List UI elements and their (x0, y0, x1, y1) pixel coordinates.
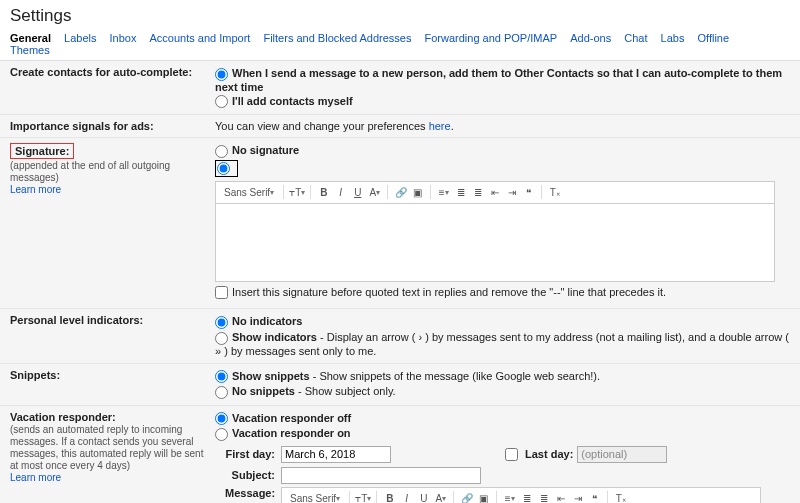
snippets-radio-show[interactable] (215, 370, 228, 383)
tab-offline[interactable]: Offline (698, 32, 730, 44)
vtb-color[interactable]: A (433, 491, 448, 503)
tab-labs[interactable]: Labs (661, 32, 685, 44)
subject-input[interactable] (281, 467, 481, 484)
signature-editor[interactable] (215, 204, 775, 282)
tb-size[interactable]: ᴛT (289, 185, 305, 200)
vtb-italic[interactable]: I (399, 491, 414, 503)
row-signature: Signature: (appended at the end of all o… (0, 137, 800, 308)
vtb-link[interactable]: 🔗 (459, 491, 474, 503)
tab-labels[interactable]: Labels (64, 32, 96, 44)
signature-sub: (appended at the end of all outgoing mes… (10, 160, 170, 183)
tb-italic[interactable]: I (333, 185, 348, 200)
vacation-radio-on[interactable] (215, 428, 228, 441)
snippets-label: Snippets: (10, 369, 60, 381)
tab-chat[interactable]: Chat (624, 32, 647, 44)
tb-underline[interactable]: U (350, 185, 365, 200)
vacation-label: Vacation responder: (10, 411, 116, 423)
importance-label: Importance signals for ads: (10, 120, 154, 132)
row-autocomplete: Create contacts for auto-complete: When … (0, 61, 800, 114)
row-pli: Personal level indicators: No indicators… (0, 308, 800, 362)
vacation-radio-off[interactable] (215, 412, 228, 425)
autocomplete-radio-manual[interactable] (215, 95, 228, 108)
snippets-radio-none[interactable] (215, 386, 228, 399)
pli-radio-none[interactable] (215, 316, 228, 329)
vtb-numlist[interactable]: ≣ (519, 491, 534, 503)
vtb-underline[interactable]: U (416, 491, 431, 503)
vacation-toolbar: Sans Serif ᴛT B I U A 🔗 ▣ ≡ ≣ ≣ ⇤ (281, 487, 761, 503)
tb-align[interactable]: ≡ (436, 185, 451, 200)
row-importance: Importance signals for ads: You can view… (0, 114, 800, 137)
vacation-on: Vacation responder on (232, 427, 351, 439)
signature-insert-checkbox[interactable] (215, 286, 228, 299)
signature-radio-custom[interactable] (217, 162, 230, 175)
tb-indent-less[interactable]: ⇤ (487, 185, 502, 200)
snippets-opt1b: Show snippets (232, 370, 310, 382)
vtb-size[interactable]: ᴛT (355, 491, 371, 503)
importance-text-post: . (451, 120, 454, 132)
subject-label: Subject: (225, 469, 281, 481)
pli-label: Personal level indicators: (10, 314, 143, 326)
vtb-indent-less[interactable]: ⇤ (553, 491, 568, 503)
tb-bold[interactable]: B (316, 185, 331, 200)
tab-accounts[interactable]: Accounts and Import (150, 32, 251, 44)
tb-indent-more[interactable]: ⇥ (504, 185, 519, 200)
lastday-checkbox[interactable] (505, 448, 518, 461)
signature-learn-more[interactable]: Learn more (10, 184, 61, 195)
tb-quote[interactable]: ❝ (521, 185, 536, 200)
tab-filters[interactable]: Filters and Blocked Addresses (263, 32, 411, 44)
vtb-indent-more[interactable]: ⇥ (570, 491, 585, 503)
snippets-opt2rest: - Show subject only. (295, 385, 396, 397)
signature-toolbar: Sans Serif ᴛT B I U A 🔗 ▣ ≡ ≣ ≣ ⇤ ⇥ ❝ Tₓ (215, 181, 775, 204)
vtb-clear[interactable]: Tₓ (613, 491, 628, 503)
signature-opt1: No signature (232, 144, 299, 156)
row-snippets: Snippets: Show snippets - Show snippets … (0, 363, 800, 405)
tabs-bar: General Labels Inbox Accounts and Import… (0, 32, 800, 61)
vtb-font[interactable]: Sans Serif (286, 491, 344, 503)
snippets-opt2b: No snippets (232, 385, 295, 397)
tab-forwarding[interactable]: Forwarding and POP/IMAP (424, 32, 557, 44)
tb-color[interactable]: A (367, 185, 382, 200)
snippets-opt1rest: - Show snippets of the message (like Goo… (310, 370, 600, 382)
autocomplete-opt1: When I send a message to a new person, a… (215, 67, 782, 93)
tab-inbox[interactable]: Inbox (110, 32, 137, 44)
autocomplete-radio-auto[interactable] (215, 68, 228, 81)
vacation-sub: (sends an automated reply to incoming me… (10, 424, 203, 471)
vtb-bullist[interactable]: ≣ (536, 491, 551, 503)
lastday-input (577, 446, 667, 463)
signature-radio-none[interactable] (215, 145, 228, 158)
page-title: Settings (0, 0, 800, 32)
tb-clear[interactable]: Tₓ (547, 185, 562, 200)
signature-insert-label: Insert this signature before quoted text… (232, 286, 666, 298)
tab-general[interactable]: General (10, 32, 51, 44)
vacation-learn-more[interactable]: Learn more (10, 472, 61, 483)
lastday-label: Last day: (525, 448, 573, 460)
tab-addons[interactable]: Add-ons (570, 32, 611, 44)
autocomplete-label: Create contacts for auto-complete: (10, 66, 192, 78)
vtb-quote[interactable]: ❝ (587, 491, 602, 503)
importance-text-pre: You can view and change your preferences (215, 120, 429, 132)
row-vacation: Vacation responder: (sends an automated … (0, 405, 800, 503)
signature-label: Signature: (15, 145, 69, 157)
vtb-bold[interactable]: B (382, 491, 397, 503)
message-label: Message: (225, 487, 281, 499)
vtb-align[interactable]: ≡ (502, 491, 517, 503)
importance-link[interactable]: here (429, 120, 451, 132)
pli-radio-show[interactable] (215, 332, 228, 345)
tb-image[interactable]: ▣ (410, 185, 425, 200)
vacation-off: Vacation responder off (232, 412, 351, 424)
autocomplete-opt2: I'll add contacts myself (232, 95, 353, 107)
pli-opt1: No indicators (232, 315, 302, 327)
tab-themes[interactable]: Themes (10, 44, 50, 56)
tb-link[interactable]: 🔗 (393, 185, 408, 200)
tb-numlist[interactable]: ≣ (453, 185, 468, 200)
tb-font[interactable]: Sans Serif (220, 185, 278, 200)
tb-bullist[interactable]: ≣ (470, 185, 485, 200)
pli-opt2b: Show indicators (232, 331, 317, 343)
firstday-label: First day: (225, 448, 281, 460)
firstday-input[interactable] (281, 446, 391, 463)
vtb-image[interactable]: ▣ (476, 491, 491, 503)
